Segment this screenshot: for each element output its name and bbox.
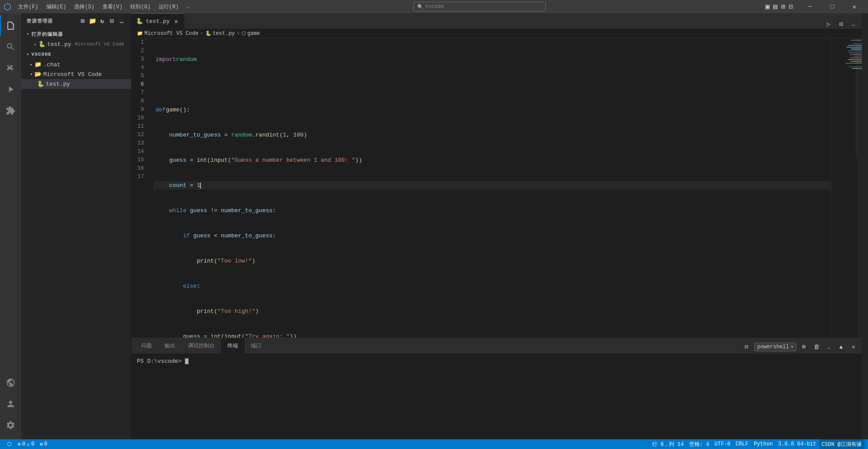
line-num-11: 11 <box>132 122 149 131</box>
search-box[interactable]: 🔍 vscode <box>413 2 546 11</box>
line-num-12: 12 <box>132 131 149 139</box>
line-num-1: 1 <box>132 38 149 47</box>
panel-tab-problems[interactable]: 问题 <box>135 338 159 354</box>
activity-accounts[interactable] <box>0 393 21 415</box>
more-actions-icon[interactable]: … <box>118 17 126 25</box>
folder-microsoft-vscode[interactable]: ▾ 📂 Microsoft VS Code <box>21 69 131 79</box>
output-label: 输出 <box>165 342 175 350</box>
status-language[interactable]: Python <box>751 439 775 449</box>
collapse-all-icon[interactable]: ⊟ <box>108 17 116 25</box>
menu-file[interactable]: 文件(F) <box>15 2 42 11</box>
breadcrumb-vscode-link[interactable]: Microsoft VS Code <box>144 30 198 37</box>
position-text: 行 6，列 14 <box>652 441 684 448</box>
status-python-version[interactable]: 3.8.8 64-bit <box>775 439 819 449</box>
trash-terminal-icon[interactable]: 🗑 <box>811 342 821 352</box>
breadcrumb-game[interactable]: ⬡ game <box>242 30 260 37</box>
menu-goto[interactable]: 转到(G) <box>127 2 154 11</box>
line-num-7: 7 <box>132 89 149 97</box>
sidebar-header: 资源管理器 ⊞ 📁 ↻ ⊟ … <box>21 13 131 29</box>
close-editor-icon[interactable]: ✕ <box>34 42 37 47</box>
layout4-icon[interactable]: ⊟ <box>789 2 793 11</box>
line-num-17: 17 <box>132 173 149 181</box>
close-button[interactable]: ✕ <box>844 0 864 13</box>
breadcrumb: 📁 Microsoft VS Code › 🐍 test.py › ⬡ game <box>132 29 862 38</box>
sidebar-title: 资源管理器 <box>26 18 53 24</box>
code-line-5: guess = int(input("Guess a number betwee… <box>154 156 831 164</box>
status-csdn[interactable]: CSDN @江湖有缘 <box>819 439 864 449</box>
close-panel-icon[interactable]: ✕ <box>849 342 858 352</box>
open-editor-path: Microsoft VS Code <box>75 42 124 47</box>
chat-folder-icon: 📁 <box>34 61 42 68</box>
activity-source-control[interactable] <box>0 57 21 79</box>
panel-tab-debug[interactable]: 调试控制台 <box>182 338 221 354</box>
right-gutter <box>862 13 868 439</box>
status-warnings[interactable]: ⊗ 0 <box>37 439 50 449</box>
maximize-button[interactable]: □ <box>822 0 842 13</box>
open-editors-section[interactable]: ▾ 打开的编辑器 <box>21 29 131 39</box>
activity-settings[interactable] <box>0 415 21 436</box>
activity-explorer[interactable] <box>0 15 21 36</box>
code-line-11: print("Too high!") <box>154 307 831 316</box>
layout3-icon[interactable]: ⊞ <box>781 2 785 11</box>
new-terminal-icon[interactable]: ⊞ <box>799 342 809 352</box>
panel-content[interactable]: PS D:\vscode> <box>132 354 862 439</box>
status-errors[interactable]: ⊗ 0 ⚠ 0 <box>15 439 37 449</box>
run-file-button[interactable]: ▷ <box>824 19 834 29</box>
menu-view[interactable]: 查看(V) <box>99 2 126 11</box>
file-testpy[interactable]: 🐍 test.py <box>21 79 131 89</box>
refresh-icon[interactable]: ↻ <box>98 17 106 25</box>
panel-tab-terminal[interactable]: 终端 <box>221 338 245 354</box>
code-line-8: if guess < number_to_guess: <box>154 232 831 240</box>
code-content[interactable]: import random def game(): number_to_gues… <box>154 38 831 338</box>
vscode-section-label: VSCODE <box>31 52 52 57</box>
warning-count: 0 <box>31 441 34 447</box>
status-bar: ⬡ ⊗ 0 ⚠ 0 ⊗ 0 行 6，列 14 空格: 4 UTF-8 CRLF … <box>0 439 868 449</box>
menu-run[interactable]: 运行(R) <box>155 2 182 11</box>
activity-search[interactable] <box>0 36 21 57</box>
minimize-button[interactable]: ─ <box>800 0 820 13</box>
breadcrumb-fn-icon: ⬡ <box>242 30 246 36</box>
new-file-icon[interactable]: ⊞ <box>79 17 87 25</box>
split-editor-button[interactable]: ⊟ <box>836 19 846 29</box>
panel-tab-ports[interactable]: 端口 <box>245 338 268 354</box>
status-lineending[interactable]: CRLF <box>733 439 751 449</box>
layout-panel-icon[interactable]: ⊟ <box>742 342 751 352</box>
microsoft-vscode-folder-label: Microsoft VS Code <box>43 71 102 78</box>
activity-remote[interactable] <box>0 372 21 393</box>
activity-run[interactable] <box>0 79 21 100</box>
layout-icon[interactable]: ▣ <box>765 2 770 11</box>
open-editor-testpy[interactable]: ✕ 🐍 test.py Microsoft VS Code <box>21 39 131 49</box>
vscode-chevron-icon: ▾ <box>26 52 30 57</box>
status-spaces[interactable]: 空格: 4 <box>687 439 712 449</box>
breadcrumb-testpy-link[interactable]: test.py <box>213 30 235 37</box>
more-terminal-icon[interactable]: … <box>824 342 834 352</box>
menu-selection[interactable]: 选择(S) <box>71 2 98 11</box>
open-editors-chevron-icon: ▾ <box>26 31 30 37</box>
folder-chat[interactable]: ▸ 📁 .chat <box>21 60 131 69</box>
layout2-icon[interactable]: ▤ <box>773 2 777 11</box>
breadcrumb-game-link[interactable]: game <box>247 30 260 37</box>
status-encoding[interactable]: UTF-8 <box>712 439 733 449</box>
terminal-selector[interactable]: powershell ▾ <box>754 342 796 351</box>
maximize-panel-icon[interactable]: ▲ <box>836 342 846 352</box>
tab-testpy[interactable]: 🐍 test.py ✕ <box>132 13 185 29</box>
menu-edit[interactable]: 编辑(E) <box>43 2 70 11</box>
menu-more[interactable]: … <box>183 3 193 11</box>
breadcrumb-vscode[interactable]: 📁 Microsoft VS Code <box>137 30 198 37</box>
vscode-section[interactable]: ▾ VSCODE <box>21 49 131 60</box>
code-editor[interactable]: 1 2 3 4 5 6 7 8 9 10 11 12 13 14 15 16 1… <box>132 38 862 338</box>
more-tab-actions-button[interactable]: … <box>849 19 858 29</box>
activity-extensions[interactable] <box>0 100 21 121</box>
minimap-code <box>857 38 862 338</box>
breadcrumb-testpy[interactable]: 🐍 test.py <box>205 30 235 37</box>
minimap <box>831 38 862 338</box>
chat-folder-label: .chat <box>43 61 60 68</box>
panel-tabs: 问题 输出 调试控制台 终端 端口 ⊟ <box>132 338 862 354</box>
status-position[interactable]: 行 6，列 14 <box>649 439 687 449</box>
panel: 问题 输出 调试控制台 终端 端口 ⊟ <box>132 338 862 439</box>
status-remote[interactable]: ⬡ <box>4 439 15 449</box>
new-folder-icon[interactable]: 📁 <box>89 17 97 25</box>
panel-tab-output[interactable]: 输出 <box>159 338 182 354</box>
tab-close-button[interactable]: ✕ <box>173 18 180 25</box>
breadcrumb-folder-icon: 📁 <box>137 30 143 36</box>
